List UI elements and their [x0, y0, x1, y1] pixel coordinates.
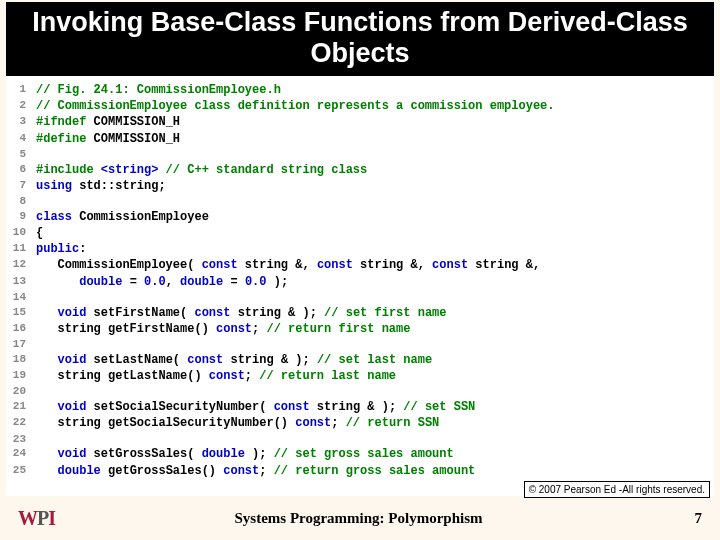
- code-line: 9class CommissionEmployee: [10, 209, 710, 225]
- code-line: 6#include <string> // C++ standard strin…: [10, 162, 710, 178]
- line-number: 13: [10, 274, 36, 290]
- line-number: 1: [10, 82, 36, 98]
- line-number: 24: [10, 446, 36, 462]
- line-number: 6: [10, 162, 36, 178]
- code-line: 8: [10, 194, 710, 209]
- code-line: 13 double = 0.0, double = 0.0 );: [10, 274, 710, 290]
- slide-title-bar: Invoking Base-Class Functions from Deriv…: [6, 2, 714, 76]
- line-number: 9: [10, 209, 36, 225]
- code-line: 17: [10, 337, 710, 352]
- line-number: 23: [10, 432, 36, 447]
- code-line: 22 string getSocialSecurityNumber() cons…: [10, 415, 710, 431]
- code-line: 4#define COMMISSION_H: [10, 131, 710, 147]
- code-line: 24 void setGrossSales( double ); // set …: [10, 446, 710, 462]
- line-number: 7: [10, 178, 36, 194]
- code-line: 3#ifndef COMMISSION_H: [10, 114, 710, 130]
- line-number: 4: [10, 131, 36, 147]
- code-line: 25 double getGrossSales() const; // retu…: [10, 463, 710, 479]
- line-number: 25: [10, 463, 36, 479]
- line-number: 10: [10, 225, 36, 241]
- footer-caption: Systems Programming: Polymorphism: [234, 510, 482, 527]
- code-text: public:: [36, 241, 86, 257]
- code-line: 2// CommissionEmployee class definition …: [10, 98, 710, 114]
- line-number: 17: [10, 337, 36, 352]
- code-line: 18 void setLastName( const string & ); /…: [10, 352, 710, 368]
- code-line: 1// Fig. 24.1: CommissionEmployee.h: [10, 82, 710, 98]
- line-number: 11: [10, 241, 36, 257]
- line-number: 14: [10, 290, 36, 305]
- code-line: 7using std::string;: [10, 178, 710, 194]
- logo-letter-w: W: [18, 507, 37, 529]
- code-text: #include <string> // C++ standard string…: [36, 162, 367, 178]
- line-number: 2: [10, 98, 36, 114]
- code-line: 20: [10, 384, 710, 399]
- line-number: 15: [10, 305, 36, 321]
- line-number: 19: [10, 368, 36, 384]
- line-number: 16: [10, 321, 36, 337]
- code-text: // CommissionEmployee class definition r…: [36, 98, 554, 114]
- code-text: // Fig. 24.1: CommissionEmployee.h: [36, 82, 281, 98]
- code-text: string getSocialSecurityNumber() const; …: [36, 415, 439, 431]
- code-line: 16 string getFirstName() const; // retur…: [10, 321, 710, 337]
- line-number: 22: [10, 415, 36, 431]
- line-number: 21: [10, 399, 36, 415]
- logo-letter-i: I: [48, 507, 55, 529]
- line-number: 18: [10, 352, 36, 368]
- code-text: CommissionEmployee( const string &, cons…: [36, 257, 540, 273]
- code-line: 23: [10, 432, 710, 447]
- page-number: 7: [662, 510, 702, 527]
- code-text: void setLastName( const string & ); // s…: [36, 352, 432, 368]
- code-line: 21 void setSocialSecurityNumber( const s…: [10, 399, 710, 415]
- code-line: 10{: [10, 225, 710, 241]
- code-text: using std::string;: [36, 178, 166, 194]
- code-text: {: [36, 225, 43, 241]
- code-line: 11public:: [10, 241, 710, 257]
- line-number: 3: [10, 114, 36, 130]
- code-line: 19 string getLastName() const; // return…: [10, 368, 710, 384]
- code-text: #define COMMISSION_H: [36, 131, 180, 147]
- code-text: void setSocialSecurityNumber( const stri…: [36, 399, 475, 415]
- copyright-notice: © 2007 Pearson Ed -All rights reserved.: [524, 481, 710, 498]
- code-listing: 1// Fig. 24.1: CommissionEmployee.h2// C…: [6, 76, 714, 496]
- code-text: double getGrossSales() const; // return …: [36, 463, 475, 479]
- code-text: class CommissionEmployee: [36, 209, 209, 225]
- code-text: string getFirstName() const; // return f…: [36, 321, 410, 337]
- line-number: 5: [10, 147, 36, 162]
- line-number: 12: [10, 257, 36, 273]
- code-text: string getLastName() const; // return la…: [36, 368, 396, 384]
- code-text: void setFirstName( const string & ); // …: [36, 305, 447, 321]
- code-text: double = 0.0, double = 0.0 );: [36, 274, 288, 290]
- code-text: void setGrossSales( double ); // set gro…: [36, 446, 454, 462]
- code-line: 12 CommissionEmployee( const string &, c…: [10, 257, 710, 273]
- wpi-logo: WPI: [18, 507, 55, 530]
- code-text: #ifndef COMMISSION_H: [36, 114, 180, 130]
- slide-footer: WPI Systems Programming: Polymorphism 7: [0, 507, 720, 530]
- code-line: 5: [10, 147, 710, 162]
- code-line: 14: [10, 290, 710, 305]
- line-number: 20: [10, 384, 36, 399]
- slide-title: Invoking Base-Class Functions from Deriv…: [17, 7, 703, 69]
- line-number: 8: [10, 194, 36, 209]
- code-line: 15 void setFirstName( const string & ); …: [10, 305, 710, 321]
- logo-letter-p: P: [37, 507, 48, 529]
